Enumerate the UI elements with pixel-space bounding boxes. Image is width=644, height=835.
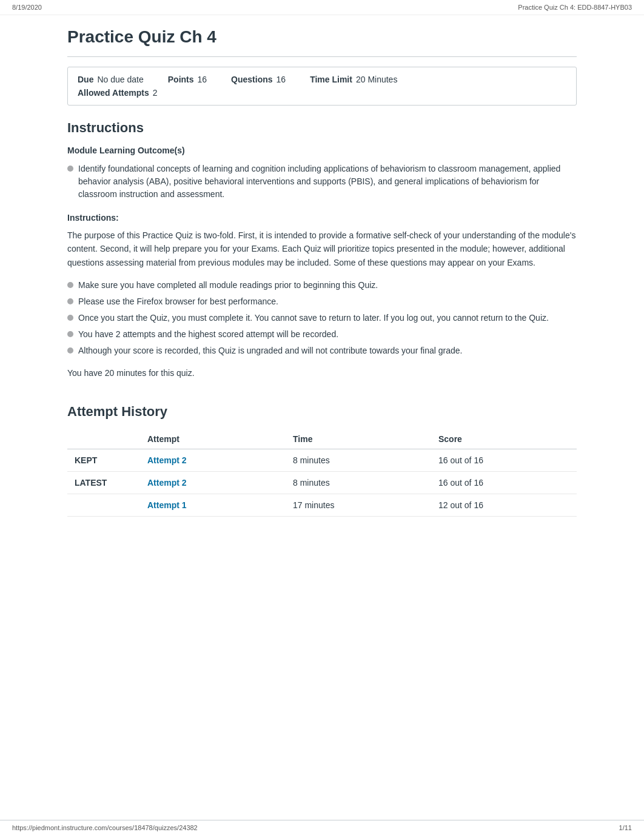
bullet-list: Make sure you have completed all module … <box>67 279 577 357</box>
meta-due: Due No due date <box>78 75 144 84</box>
attempt-row-label <box>67 494 140 517</box>
bullet-dot-icon <box>67 347 73 354</box>
time-note: You have 20 minutes for this quiz. <box>67 367 577 380</box>
col-header-score: Score <box>431 429 577 449</box>
time-limit-label: Time Limit <box>310 75 352 84</box>
outcome-bullet-icon <box>67 166 73 172</box>
allowed-attempts-label: Allowed Attempts <box>78 88 149 98</box>
bullet-dot-icon <box>67 282 73 288</box>
top-bar-date: 8/19/2020 <box>12 4 42 11</box>
due-value: No due date <box>97 75 143 84</box>
meta-points: Points 16 <box>168 75 207 84</box>
page-wrapper: Practice Quiz Ch 4 Due No due date Point… <box>43 15 601 541</box>
bullet-text: Once you start the Quiz, you must comple… <box>78 312 549 324</box>
instructions-title: Instructions <box>67 120 577 136</box>
due-label: Due <box>78 75 93 84</box>
bullet-item: Please use the Firefox browser for best … <box>67 295 577 308</box>
attempt-row-attempt[interactable]: Attempt 2 <box>140 449 286 472</box>
attempt-row-score: 12 out of 16 <box>431 494 577 517</box>
footer-bar: https://piedmont.instructure.com/courses… <box>0 820 644 835</box>
bullet-item: You have 2 attempts and the highest scor… <box>67 328 577 341</box>
top-bar: 8/19/2020 Practice Quiz Ch 4: EDD-8847-H… <box>0 0 644 15</box>
module-outcome-title: Module Learning Outcome(s) <box>67 146 577 155</box>
attempt-row-score: 16 out of 16 <box>431 449 577 472</box>
quiz-title: Practice Quiz Ch 4 <box>67 27 577 57</box>
attempt-row-time: 8 minutes <box>286 449 431 472</box>
meta-time-limit: Time Limit 20 Minutes <box>310 75 397 84</box>
bullet-item: Once you start the Quiz, you must comple… <box>67 312 577 324</box>
points-label: Points <box>168 75 194 84</box>
bullet-dot-icon <box>67 298 73 304</box>
instructions-section: Instructions Module Learning Outcome(s) … <box>67 120 577 380</box>
attempt-table: Attempt Time Score KEPTAttempt 28 minute… <box>67 429 577 517</box>
questions-value: 16 <box>277 75 286 84</box>
meta-allowed-attempts: Allowed Attempts 2 <box>78 88 158 98</box>
attempt-row-score: 16 out of 16 <box>431 472 577 494</box>
quiz-meta-row-2: Allowed Attempts 2 <box>78 88 566 98</box>
quiz-meta-row-1: Due No due date Points 16 Questions 16 T… <box>78 75 566 84</box>
quiz-meta: Due No due date Points 16 Questions 16 T… <box>67 67 577 106</box>
outcome-list: Identify foundational concepts of learni… <box>67 163 577 201</box>
attempt-row-time: 17 minutes <box>286 494 431 517</box>
attempt-row-attempt[interactable]: Attempt 2 <box>140 472 286 494</box>
top-bar-title: Practice Quiz Ch 4: EDD-8847-HYB03 <box>518 4 632 11</box>
attempt-history-section: Attempt History Attempt Time Score KEPTA… <box>67 404 577 517</box>
bullet-dot-icon <box>67 331 73 337</box>
bullet-item: Make sure you have completed all module … <box>67 279 577 292</box>
table-row: Attempt 117 minutes12 out of 16 <box>67 494 577 517</box>
bullet-item: Although your score is recorded, this Qu… <box>67 344 577 357</box>
col-header-label <box>67 429 140 449</box>
attempt-row-label: KEPT <box>67 449 140 472</box>
footer-page: 1/11 <box>619 824 632 831</box>
questions-label: Questions <box>231 75 272 84</box>
table-row: KEPTAttempt 28 minutes16 out of 16 <box>67 449 577 472</box>
bullet-text: Please use the Firefox browser for best … <box>78 295 278 308</box>
instructions-label: Instructions: <box>67 213 577 223</box>
points-value: 16 <box>198 75 207 84</box>
table-row: LATESTAttempt 28 minutes16 out of 16 <box>67 472 577 494</box>
attempt-row-label: LATEST <box>67 472 140 494</box>
bullet-dot-icon <box>67 315 73 321</box>
bullet-text: You have 2 attempts and the highest scor… <box>78 328 338 341</box>
meta-questions: Questions 16 <box>231 75 286 84</box>
col-header-time: Time <box>286 429 431 449</box>
outcome-item: Identify foundational concepts of learni… <box>67 163 577 201</box>
col-header-attempt: Attempt <box>140 429 286 449</box>
time-limit-value: 20 Minutes <box>356 75 397 84</box>
attempt-link[interactable]: Attempt 1 <box>147 500 187 510</box>
attempt-link[interactable]: Attempt 2 <box>147 455 187 465</box>
allowed-attempts-value: 2 <box>153 88 158 98</box>
instructions-body: The purpose of this Practice Quiz is two… <box>67 229 577 269</box>
attempt-row-time: 8 minutes <box>286 472 431 494</box>
attempt-history-title: Attempt History <box>67 404 577 420</box>
outcome-text: Identify foundational concepts of learni… <box>78 163 577 201</box>
bullet-text: Although your score is recorded, this Qu… <box>78 344 462 357</box>
attempt-row-attempt[interactable]: Attempt 1 <box>140 494 286 517</box>
attempt-link[interactable]: Attempt 2 <box>147 478 187 488</box>
footer-url: https://piedmont.instructure.com/courses… <box>12 824 198 831</box>
bullet-text: Make sure you have completed all module … <box>78 279 378 292</box>
